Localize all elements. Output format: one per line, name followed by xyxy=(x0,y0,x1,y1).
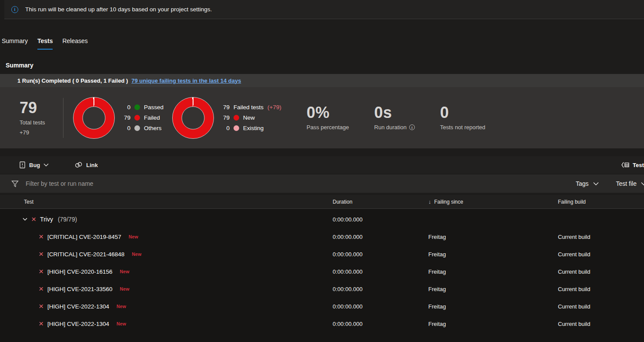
legend-row-failed-tests: 79 Failed tests (+79) xyxy=(220,104,281,111)
cell-failing-since: Freitag xyxy=(417,321,558,327)
pass-percentage-block: 0% Pass percentage xyxy=(307,105,349,131)
run-summary-text: 1 Run(s) Completed ( 0 Passed, 1 Failed … xyxy=(17,77,128,84)
new-badge: New xyxy=(120,269,129,274)
column-header-test[interactable]: Test xyxy=(0,199,322,205)
legend-row-existing: 0 Existing xyxy=(220,125,281,131)
failed-tests-legend: 79 Failed tests (+79) 79 New 0 Existing xyxy=(220,104,281,131)
outcome-donut-chart xyxy=(73,97,115,139)
sort-descending-icon: ↓ xyxy=(428,198,431,205)
tests-not-reported-label: Tests not reported xyxy=(440,124,485,131)
cleanup-banner: This run will be cleaned up after 10 day… xyxy=(4,0,644,19)
cell-duration: 0:00:00.000 xyxy=(322,303,417,310)
table-body: × Trivy (79/79) 0:00:00.000 × [CRITICAL]… xyxy=(0,209,644,342)
existing-label: Existing xyxy=(243,125,264,131)
total-tests-label: Total tests xyxy=(20,119,63,126)
cell-failing-build: Current build xyxy=(558,234,644,240)
failed-tests-count: 79 xyxy=(220,104,230,111)
cell-failing-build: Current build xyxy=(558,286,644,292)
filter-input[interactable] xyxy=(25,180,570,188)
new-count: 79 xyxy=(220,114,230,121)
test-file-dropdown[interactable]: Test file xyxy=(616,180,644,187)
passed-count: 0 xyxy=(121,104,130,111)
test-name: [HIGH] CVE-2020-16156 xyxy=(47,268,112,275)
cell-failing-since: Freitag xyxy=(417,268,558,275)
summary-stats-panel: 79 Total tests +79 0 Passed 79 Failed 0 … xyxy=(0,87,644,148)
tests-not-reported-block: 0 Tests not reported xyxy=(440,105,485,131)
chevron-down-icon xyxy=(641,182,644,186)
new-badge: New xyxy=(129,234,138,239)
total-tests-value: 79 xyxy=(20,100,63,116)
new-badge: New xyxy=(117,304,126,309)
new-label: New xyxy=(243,114,255,121)
column-header-duration[interactable]: Duration xyxy=(322,199,417,205)
pass-percentage-value: 0% xyxy=(307,105,349,121)
vertical-divider xyxy=(63,98,63,138)
run-duration-label: Run duration xyxy=(374,124,407,131)
link-button-label: Link xyxy=(86,162,98,168)
test-name: [CRITICAL] CVE-2019-8457 xyxy=(47,234,121,240)
chevron-down-icon xyxy=(43,163,49,167)
results-toolbar: Bug Link Test xyxy=(0,156,644,174)
unique-failing-tests-link[interactable]: 79 unique failing tests in the last 14 d… xyxy=(131,77,241,84)
cell-duration: 0:00:00.000 xyxy=(322,286,417,292)
chevron-down-icon xyxy=(593,182,599,186)
new-badge: New xyxy=(117,321,126,326)
legend-row-passed: 0 Passed xyxy=(121,104,164,111)
total-tests-block: 79 Total tests +79 xyxy=(20,100,63,136)
tab-releases[interactable]: Releases xyxy=(62,37,87,50)
failed-tests-label: Failed tests xyxy=(234,104,264,111)
tests-not-reported-value: 0 xyxy=(440,105,485,121)
link-icon xyxy=(75,162,83,168)
run-duration-info-icon[interactable] xyxy=(409,124,415,130)
failed-x-icon: × xyxy=(39,232,43,241)
cell-failing-build: Current build xyxy=(558,303,644,310)
filter-bar: Tags Test file xyxy=(0,174,644,193)
failed-x-icon: × xyxy=(39,302,43,310)
summary-heading: Summary xyxy=(6,62,644,69)
failing-since-label: Failing since xyxy=(434,199,464,205)
test-file-dropdown-label: Test file xyxy=(616,180,637,187)
test-name: [HIGH] CVE-2021-33560 xyxy=(47,286,112,292)
others-count: 0 xyxy=(121,125,130,131)
legend-row-others: 0 Others xyxy=(121,125,164,131)
test-row[interactable]: × [CRITICAL] CVE-2021-46848 New 0:00:00.… xyxy=(0,245,644,263)
test-row[interactable]: × [CRITICAL] CVE-2019-8457 New 0:00:00.0… xyxy=(0,228,644,245)
existing-dot-icon xyxy=(234,125,239,131)
outcome-legend: 0 Passed 79 Failed 0 Others xyxy=(121,104,164,131)
bug-button-label: Bug xyxy=(29,162,40,168)
column-header-failing-build[interactable]: Failing build xyxy=(558,199,644,205)
pass-percentage-label: Pass percentage xyxy=(307,124,349,131)
test-row[interactable]: × [HIGH] CVE-2022-1304 New 0:00:00.000 F… xyxy=(0,315,644,332)
cell-failing-since: Freitag xyxy=(417,303,558,310)
tab-summary[interactable]: Summary xyxy=(2,37,28,50)
new-badge: New xyxy=(132,251,141,257)
bug-button[interactable]: Bug xyxy=(17,160,51,170)
cell-duration: 0:00:00.000 xyxy=(322,268,417,275)
cell-failing-since: Freitag xyxy=(417,234,558,240)
link-button[interactable]: Link xyxy=(72,160,100,170)
tab-tests[interactable]: Tests xyxy=(37,37,53,50)
cell-failing-since: Freitag xyxy=(417,286,558,292)
total-tests-delta: +79 xyxy=(20,129,63,136)
group-row-trivy[interactable]: × Trivy (79/79) 0:00:00.000 xyxy=(0,211,644,228)
test-row[interactable]: × [HIGH] CVE-2022-1304 New 0:00:00.000 F… xyxy=(0,298,644,315)
test-row[interactable]: × [HIGH] CVE-2021-33560 New 0:00:00.000 … xyxy=(0,280,644,298)
test-name: [HIGH] CVE-2022-1304 xyxy=(47,321,109,327)
failed-tests-donut-chart xyxy=(172,97,214,139)
tags-dropdown[interactable]: Tags xyxy=(576,180,599,187)
failed-tests-delta: (+79) xyxy=(267,104,281,111)
cell-failing-build: Current build xyxy=(558,251,644,258)
failed-dot-icon xyxy=(134,115,140,121)
run-summary-bar: 1 Run(s) Completed ( 0 Passed, 1 Failed … xyxy=(0,74,644,87)
new-dot-icon xyxy=(234,115,239,121)
cell-duration: 0:00:00.000 xyxy=(322,251,417,258)
table-header-row: Test Duration ↓ Failing since Failing bu… xyxy=(0,195,644,209)
expand-chevron-icon[interactable] xyxy=(23,218,27,221)
test-name: [HIGH] CVE-2022-1304 xyxy=(47,303,109,310)
column-header-failing-since[interactable]: ↓ Failing since xyxy=(417,198,558,205)
info-icon xyxy=(11,6,18,13)
test-details-pane-button[interactable]: Test xyxy=(621,156,644,174)
cleanup-banner-text: This run will be cleaned up after 10 day… xyxy=(25,6,212,13)
test-row[interactable]: × [HIGH] CVE-2020-16156 New 0:00:00.000 … xyxy=(0,263,644,280)
donut-hole xyxy=(182,106,205,129)
